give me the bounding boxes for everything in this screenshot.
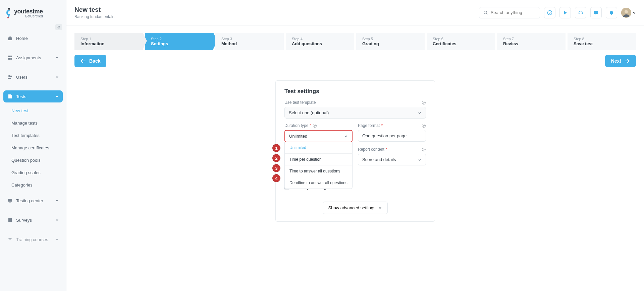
sidebar-sub-manage-tests[interactable]: Manage tests (3, 117, 63, 129)
sidebar-sub-test-templates[interactable]: Test templates (3, 129, 63, 142)
training-icon (7, 237, 13, 242)
chevron-down-icon (633, 11, 636, 14)
logo-text-2: test (24, 8, 35, 15)
logo-text-1: you (14, 8, 24, 15)
callout-3: 3 (272, 164, 280, 172)
svg-rect-16 (582, 13, 583, 14)
card-title: Test settings (284, 88, 426, 95)
sidebar-item-assignments[interactable]: Assignments (3, 52, 63, 64)
chevron-down-icon (55, 199, 59, 202)
search-box[interactable] (479, 7, 540, 18)
sidebar-sub-categories[interactable]: Categories (3, 179, 63, 191)
search-input[interactable] (491, 10, 536, 15)
required-marker: * (310, 123, 311, 128)
sidebar-item-label: Training courses (16, 237, 48, 242)
help-icon[interactable]: ? (422, 124, 426, 128)
home-icon (7, 35, 13, 41)
page-title: New test (74, 6, 114, 13)
svg-point-0 (8, 8, 10, 10)
step-method[interactable]: Step 3 Method (215, 33, 284, 50)
chevron-down-icon (55, 75, 59, 79)
sidebar-item-label: Surveys (16, 218, 32, 223)
svg-text:?: ? (423, 101, 424, 104)
step-grading[interactable]: Step 5 Grading (356, 33, 425, 50)
testing-center-icon (7, 198, 13, 203)
sidebar-item-training-courses[interactable]: Training courses (3, 233, 63, 245)
svg-rect-4 (8, 58, 10, 60)
wizard-stepper: Step 1 Information Step 2 Settings Step … (74, 33, 636, 50)
avatar (621, 8, 631, 18)
sidebar-item-tests[interactable]: Tests (3, 90, 63, 102)
chevron-double-left-icon (57, 25, 60, 29)
search-icon (483, 10, 488, 15)
assignments-icon (7, 55, 13, 60)
help-icon[interactable]: ? (313, 124, 317, 128)
svg-rect-2 (8, 56, 10, 57)
logo[interactable]: youtestme GetCertified (0, 0, 66, 23)
sidebar-item-label: Home (16, 36, 28, 41)
next-button[interactable]: Next (605, 55, 636, 67)
sidebar-sub-question-pools[interactable]: Question pools (3, 154, 63, 166)
required-marker: * (381, 123, 383, 128)
bell-icon (609, 10, 614, 15)
sidebar-item-home[interactable]: Home (3, 32, 63, 44)
sidebar-sub-manage-certificates[interactable]: Manage certificates (3, 142, 63, 154)
play-icon (562, 10, 568, 15)
svg-point-19 (625, 10, 628, 13)
header: New test Banking fundamentals ? (66, 0, 644, 25)
template-select[interactable]: Select one (optional) (284, 107, 426, 119)
callout-1: 1 (272, 144, 280, 152)
user-menu[interactable] (621, 8, 636, 18)
help-icon[interactable]: ? (422, 100, 426, 105)
step-save-test[interactable]: Step 8 Save test (568, 33, 636, 50)
sidebar-item-label: Testing center (16, 198, 43, 203)
svg-rect-9 (9, 202, 11, 203)
svg-text:?: ? (423, 124, 424, 127)
notifications-button[interactable] (606, 7, 617, 18)
support-button[interactable] (575, 7, 586, 18)
duration-select[interactable]: Unlimited (284, 130, 353, 142)
svg-rect-5 (10, 58, 12, 60)
step-certificates[interactable]: Step 6 Certificates (427, 33, 495, 50)
step-information[interactable]: Step 1 Information (74, 33, 143, 50)
step-settings[interactable]: Step 2 Settings (145, 33, 213, 50)
logo-text-3: me (35, 8, 43, 15)
duration-option-time-all[interactable]: Time to answer all questions (285, 165, 352, 177)
report-select[interactable]: Score and details (358, 154, 426, 165)
svg-rect-3 (10, 56, 12, 57)
duration-option-time-per-question[interactable]: Time per question (285, 154, 352, 165)
sidebar-item-label: Tests (16, 94, 26, 99)
help-icon[interactable]: ? (422, 147, 426, 152)
logo-subtitle: GetCertified (14, 14, 43, 18)
back-button[interactable]: Back (74, 55, 106, 67)
sidebar-item-users[interactable]: Users (3, 71, 63, 83)
sidebar-item-surveys[interactable]: Surveys (3, 214, 63, 226)
sidebar: youtestme GetCertified Home Assignments … (0, 0, 66, 291)
headset-icon (578, 10, 583, 15)
sidebar-item-testing-center[interactable]: Testing center (3, 195, 63, 207)
duration-option-deadline[interactable]: Deadline to answer all questions (285, 177, 352, 189)
sidebar-sub-grading-scales[interactable]: Grading scales (3, 166, 63, 179)
play-button[interactable] (559, 7, 571, 18)
step-add-questions[interactable]: Step 4 Add questions (286, 33, 354, 50)
step-review[interactable]: Step 7 Review (497, 33, 566, 50)
divider (284, 196, 426, 196)
page-format-label: Page format (358, 123, 380, 128)
arrow-left-icon (80, 59, 87, 63)
svg-rect-8 (8, 199, 12, 202)
template-label: Use test template (284, 100, 316, 105)
logo-icon (6, 7, 12, 19)
sidebar-sub-new-test[interactable]: New test (3, 104, 63, 117)
svg-rect-10 (8, 218, 12, 222)
svg-text:?: ? (549, 11, 551, 14)
help-button[interactable]: ? (544, 7, 555, 18)
page-format-select[interactable]: One question per page (358, 130, 426, 142)
chat-button[interactable] (590, 7, 602, 18)
svg-rect-15 (579, 13, 580, 14)
collapse-sidebar-button[interactable] (55, 24, 62, 30)
svg-point-7 (10, 76, 12, 77)
svg-point-11 (484, 11, 487, 14)
required-marker: * (386, 147, 387, 152)
duration-option-unlimited[interactable]: Unlimited (285, 142, 352, 154)
show-advanced-button[interactable]: Show advanced settings (323, 202, 388, 214)
